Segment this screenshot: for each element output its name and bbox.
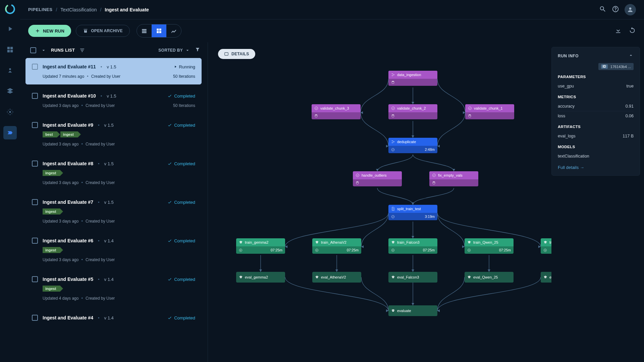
svg-marker-51 [386,309,388,312]
graph-node-validate_chunk_1[interactable]: validate_chunk_1 [465,104,514,119]
run-checkbox[interactable] [32,315,38,321]
full-details-link[interactable]: Full details → [558,165,584,170]
kv-row: loss0.06 [558,111,634,121]
svg-point-16 [392,140,392,141]
run-checkbox[interactable] [32,238,38,244]
run-checkbox[interactable] [32,199,38,205]
run-tag[interactable]: ingest [43,247,60,253]
breadcrumb-root[interactable]: PIPELINES [28,7,52,12]
graph-node-data_ingestion[interactable]: data_ingestion [388,71,437,86]
run-version: v 1.5 [104,123,114,128]
run-iterations: 50 Iterations [173,103,195,108]
artifacts-heading: ARTIFACTS [558,125,634,129]
graph-node-eval_gemma2[interactable]: eval_gemma2 [236,272,285,283]
toolbar: NEW RUN OPEN ARCHIVE [20,19,644,42]
run-checkbox[interactable] [32,93,38,99]
run-status: Completed [167,238,195,243]
refresh-icon[interactable] [629,27,636,35]
nav-server-icon[interactable] [3,64,17,77]
svg-point-23 [433,181,435,182]
collapse-icon[interactable] [628,53,634,59]
nav-settings-icon[interactable] [3,105,17,119]
graph-node-validate_chunk_3[interactable]: validate_chunk_3 [312,104,361,119]
run-id-chip[interactable]: ID 176143b4 ... [598,63,634,70]
view-list-icon[interactable] [137,24,152,37]
graph-node-train_llama_33[interactable]: train_llama_3307:27m [541,238,551,254]
run-card[interactable]: Ingest and Evaluate #11•v 1.5RunningUpda… [25,58,202,84]
run-version: v 1.4 [104,277,114,282]
run-card[interactable]: Ingest and Evaluate #9•v 1.5Completedbes… [25,116,202,152]
runs-panel: RUNS LIST SORTED BY Ingest and Evaluate … [20,42,208,362]
graph-node-train_Qwen_25[interactable]: train_Qwen_2507:25m [465,238,514,254]
new-run-button[interactable]: NEW RUN [28,25,71,37]
svg-marker-52 [412,303,414,305]
view-chart-icon[interactable] [166,24,181,37]
graph-node-eval_llama_33[interactable]: eval_llama_33 [541,272,551,283]
run-card[interactable]: Ingest and Evaluate #8•v 1.5Completeding… [25,155,202,191]
svg-point-7 [392,75,392,76]
nav-pipelines-icon[interactable] [3,126,17,139]
download-icon[interactable] [614,27,622,35]
run-updated: Updated 7 minutes ago [43,74,84,79]
nav-grid-icon[interactable] [3,43,17,56]
svg-marker-54 [437,309,440,312]
run-tag[interactable]: ingest [43,208,60,215]
nav-layers-icon[interactable] [3,84,17,98]
run-card[interactable]: Ingest and Evaluate #5•v 1.4Completeding… [25,270,202,306]
graph-node-fix_empty_vals[interactable]: fix_empty_vals [429,171,478,186]
run-tag[interactable]: best [43,131,57,137]
app-logo[interactable] [4,3,16,15]
svg-marker-53 [437,309,440,312]
run-iterations: 50 Iterations [173,74,195,79]
graph-node-train_gemma2[interactable]: train_gemma207:25m [236,238,285,254]
svg-marker-30 [463,111,465,114]
open-archive-button[interactable]: OPEN ARCHIVE [76,25,130,37]
graph-node-deduplicate[interactable]: deduplicate2:48m [388,138,437,153]
graph-node-train_AthenaV2[interactable]: train_AthenaV207:25m [312,238,361,254]
view-graph-icon[interactable] [152,24,166,37]
graph-node-handle_outliers[interactable]: handle_outliers [353,171,402,186]
run-checkbox[interactable] [32,64,38,70]
graph-node-validate_chunk_2[interactable]: validate_chunk_2 [388,104,437,119]
graph-node-evaluate[interactable]: evaluate [388,305,437,316]
graph-canvas[interactable]: DETAILS data_ingestionvalidate_chunk_1va… [208,42,551,362]
graph-node-eval_AthenaV2[interactable]: eval_AthenaV2 [312,272,361,283]
filter-icon[interactable] [195,47,200,53]
select-all-checkbox[interactable] [30,47,36,53]
search-icon[interactable] [599,5,606,14]
graph-node-eval_Falcon3[interactable]: eval_Falcon3 [388,272,437,283]
nav-play-icon[interactable] [3,22,17,36]
svg-marker-36 [376,169,379,171]
graph-node-train_Falcon3[interactable]: train_Falcon307:25m [388,238,437,254]
run-creator: Created by User [86,257,115,262]
run-card[interactable]: Ingest and Evaluate #4•v 1.4Completed [25,309,202,326]
svg-marker-46 [335,269,338,272]
sorted-by-dropdown[interactable]: SORTED BY [158,48,190,53]
svg-marker-32 [361,111,363,114]
run-card[interactable]: Ingest and Evaluate #6•v 1.4Completeding… [25,232,202,268]
run-tag[interactable]: ingest [60,131,78,137]
chevron-down-icon[interactable] [41,48,46,53]
run-status: Running [174,64,195,69]
metrics-heading: METRICS [558,95,634,99]
graph-node-split_train_test[interactable]: split_train_test3:19m [388,205,437,220]
settings-icon[interactable] [79,48,85,53]
graph-node-eval_Qwen_25[interactable]: eval_Qwen_25 [465,272,514,283]
svg-point-12 [392,107,395,110]
run-version: v 1.5 [107,64,116,69]
run-checkbox[interactable] [32,276,38,282]
help-icon[interactable] [612,5,619,14]
svg-marker-39 [412,202,414,205]
run-checkbox[interactable] [32,122,38,128]
run-card[interactable]: Ingest and Evaluate #10•v 1.5CompletedUp… [25,87,202,114]
user-avatar[interactable] [625,4,636,15]
run-checkbox[interactable] [32,161,38,167]
run-tag[interactable]: ingest [43,170,60,176]
run-card[interactable]: Ingest and Evaluate #7•v 1.5Completeding… [25,193,202,229]
svg-marker-45 [259,269,262,272]
run-tag[interactable]: ingest [43,286,60,292]
svg-marker-50 [386,309,388,312]
kv-row: accuracy0.91 [558,102,634,111]
breadcrumb-parent[interactable]: TextClassification [60,7,97,12]
svg-point-11 [469,114,471,115]
